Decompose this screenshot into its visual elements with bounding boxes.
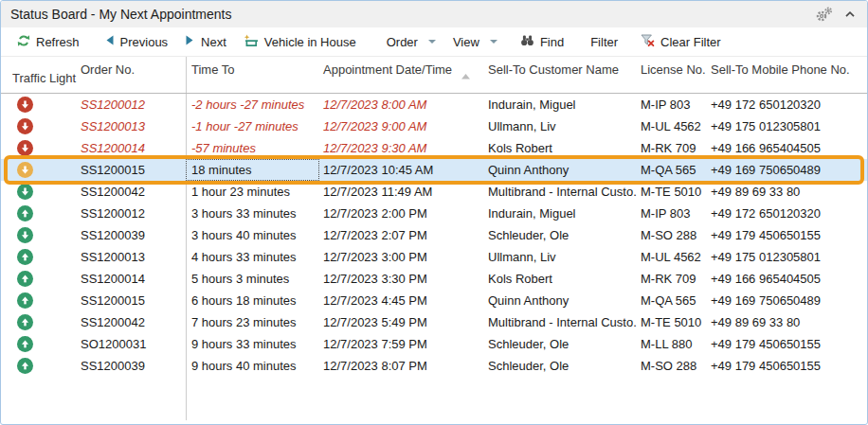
- previous-button[interactable]: Previous: [96, 29, 177, 54]
- traffic-light-cell: [1, 162, 77, 178]
- cell-customer-name: Schleuder, Ole: [481, 355, 637, 377]
- cell-appointment-datetime: 12/7/2023 2:07 PM: [319, 224, 481, 246]
- cell-order-no: SS1200014: [77, 268, 186, 290]
- cell-customer-name: Indurain, Miguel: [481, 94, 637, 115]
- clear-filter-icon: [641, 34, 655, 50]
- view-menu-label: View: [453, 35, 479, 49]
- traffic-light-cell: [1, 249, 77, 265]
- table-row[interactable]: SO12000319 hours 33 minutes12/7/2023 7:5…: [1, 333, 867, 355]
- cell-appointment-datetime: 12/7/2023 9:30 AM: [319, 137, 481, 159]
- cell-mobile-phone: +49 169 750650489: [709, 290, 867, 311]
- traffic-light-cell: [1, 292, 77, 309]
- cell-appointment-datetime: 12/7/2023 8:07 PM: [319, 355, 481, 377]
- column-header-time-to[interactable]: Time To: [186, 57, 319, 93]
- traffic-light-cell: [1, 140, 77, 156]
- cell-customer-name: Ullmann, Liv: [481, 115, 637, 137]
- chevron-down-icon: [428, 40, 436, 44]
- cell-order-no: SS1200015: [77, 290, 186, 311]
- cell-mobile-phone: +49 172 650120320: [709, 203, 867, 224]
- clear-filter-button[interactable]: Clear Filter: [632, 29, 730, 54]
- table-row[interactable]: SS1200014-57 minutes12/7/2023 9:30 AMKol…: [1, 137, 867, 159]
- cell-customer-name: Quinn Anthony: [481, 290, 637, 311]
- table-row[interactable]: SS12000123 hours 33 minutes12/7/2023 2:0…: [1, 203, 867, 224]
- vehicle-in-house-button[interactable]: Vehicle in House: [235, 29, 365, 54]
- cell-mobile-phone: +49 175 012305801: [709, 246, 867, 268]
- cell-mobile-phone: +49 166 965404505: [709, 268, 867, 290]
- table-row[interactable]: SS1200013-1 hour -27 minutes12/7/2023 9:…: [1, 115, 867, 137]
- cell-order-no: SS1200039: [77, 224, 186, 246]
- cell-appointment-datetime: 12/7/2023 7:59 PM: [319, 333, 481, 355]
- table-row[interactable]: SS12000393 hours 40 minutes12/7/2023 2:0…: [1, 224, 867, 246]
- vehicle-in-house-icon: [244, 34, 259, 50]
- column-header-customer-name[interactable]: Sell-To Customer Name: [481, 57, 637, 93]
- table-row[interactable]: SS12000399 hours 40 minutes12/7/2023 8:0…: [1, 355, 867, 377]
- table-row[interactable]: SS12000134 hours 33 minutes12/7/2023 3:0…: [1, 246, 867, 268]
- next-button[interactable]: Next: [176, 29, 235, 54]
- traffic-light-cell: [1, 314, 77, 330]
- cell-appointment-datetime: 12/7/2023 2:00 PM: [319, 203, 481, 224]
- cell-customer-name: Schleuder, Ole: [481, 333, 637, 355]
- table-row[interactable]: SS12000427 hours 23 minutes12/7/2023 5:4…: [1, 311, 867, 333]
- column-header-license-no[interactable]: License No.: [637, 57, 709, 93]
- cell-time-to: 6 hours 18 minutes: [186, 290, 319, 311]
- chevron-up-icon[interactable]: [844, 10, 856, 18]
- column-header-label: Appointment Date/Time: [323, 62, 452, 77]
- cell-license-no: M-SO 288: [637, 224, 709, 246]
- traffic-light-cell: [1, 271, 77, 287]
- traffic-light-green-up-icon: [17, 314, 33, 330]
- column-header-appointment-datetime[interactable]: Appointment Date/Time: [319, 57, 481, 93]
- cell-license-no: M-IP 803: [637, 94, 709, 115]
- find-button[interactable]: Find: [512, 29, 572, 54]
- filter-label: Filter: [590, 35, 618, 49]
- cell-time-to: -1 hour -27 minutes: [186, 115, 319, 137]
- sort-ascending-icon: [461, 68, 470, 82]
- cell-time-to: 5 hours 3 minutes: [186, 268, 319, 290]
- column-header-order-no[interactable]: Order No.: [77, 57, 186, 93]
- view-menu-button[interactable]: View: [444, 29, 506, 54]
- gears-icon[interactable]: [814, 7, 835, 22]
- cell-license-no: M-RK 709: [637, 268, 709, 290]
- table-body: SS1200012-2 hours -27 minutes12/7/2023 8…: [1, 94, 867, 424]
- traffic-light-green-up-icon: [17, 249, 33, 265]
- column-header-mobile-phone[interactable]: Sell-To Mobile Phone No.: [709, 57, 867, 93]
- cell-appointment-datetime: 12/7/2023 9:00 AM: [319, 115, 481, 137]
- table-row[interactable]: SS12000156 hours 18 minutes12/7/2023 4:4…: [1, 290, 867, 311]
- order-menu-button[interactable]: Order: [378, 29, 444, 54]
- table-row[interactable]: SS120001518 minutes12/7/2023 10:45 AMQui…: [1, 159, 867, 181]
- cell-mobile-phone: +49 89 69 33 80: [709, 311, 867, 333]
- previous-label: Previous: [120, 35, 169, 49]
- cell-license-no: M-UL 4562: [637, 115, 709, 137]
- traffic-light-red-down-icon: [17, 118, 33, 134]
- cell-time-to: -2 hours -27 minutes: [186, 94, 319, 115]
- table-header: Traffic Light Order No. Time To Appointm…: [1, 57, 867, 94]
- cell-order-no: SS1200042: [77, 181, 186, 203]
- cell-time-to: 7 hours 23 minutes: [186, 311, 319, 333]
- traffic-light-red-down-icon: [17, 140, 33, 156]
- cell-customer-name: Kols Robert: [481, 137, 637, 159]
- cell-customer-name: Multibrand - Internal Custo...: [481, 311, 637, 333]
- cell-license-no: M-IP 803: [637, 203, 709, 224]
- cell-appointment-datetime: 12/7/2023 3:00 PM: [319, 246, 481, 268]
- cell-appointment-datetime: 12/7/2023 10:45 AM: [319, 159, 481, 181]
- filter-button[interactable]: Filter: [582, 29, 626, 54]
- table-row[interactable]: SS12000145 hours 3 minutes12/7/2023 3:30…: [1, 268, 867, 290]
- cell-time-to: 3 hours 40 minutes: [186, 224, 319, 246]
- cell-mobile-phone: +49 169 750650489: [709, 159, 867, 181]
- refresh-button[interactable]: Refresh: [9, 29, 88, 54]
- toolbar: Refresh Previous Next Vehicle in House: [1, 27, 867, 57]
- previous-icon: [104, 34, 115, 49]
- table-row[interactable]: SS12000421 hour 23 minutes12/7/2023 11:4…: [1, 181, 867, 203]
- cell-mobile-phone: +49 179 450650155: [709, 333, 867, 355]
- column-header-traffic-light[interactable]: Traffic Light: [1, 57, 77, 93]
- table-row[interactable]: SS1200012-2 hours -27 minutes12/7/2023 8…: [1, 94, 867, 115]
- cell-appointment-datetime: 12/7/2023 4:45 PM: [319, 290, 481, 311]
- traffic-light-cell: [1, 205, 77, 221]
- cell-order-no: SS1200014: [77, 137, 186, 159]
- traffic-light-cell: [1, 118, 77, 134]
- cell-mobile-phone: +49 179 450650155: [709, 355, 867, 377]
- traffic-light-cell: [1, 97, 77, 113]
- cell-mobile-phone: +49 172 650120320: [709, 94, 867, 115]
- cell-time-to: 18 minutes: [186, 159, 319, 181]
- traffic-light-green-up-icon: [17, 292, 33, 309]
- title-bar: Status Board - My Next Appointments: [1, 1, 867, 27]
